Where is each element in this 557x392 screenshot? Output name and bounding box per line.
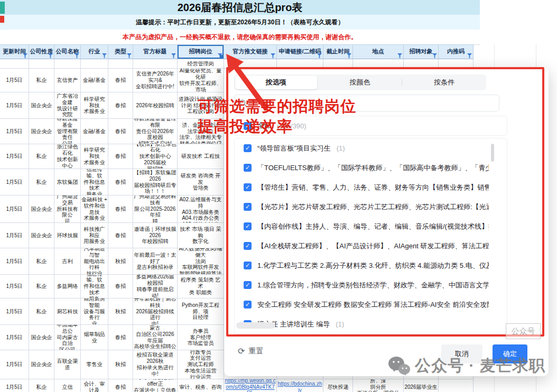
filter-dialog: 按选项 按颜色 按条件 ✓ 全部 (390/390) ✓“领导留言板”项目实习生…	[224, 67, 549, 376]
column-header-0[interactable]: 更新时间	[0, 44, 29, 59]
filter-icon[interactable]	[432, 53, 437, 58]
column-header-label: 类型	[115, 49, 126, 55]
filter-item-list: ✓“领导留言板”项目实习生(1)✓「TOEFL/IELTS教师」、「国际学科教师…	[234, 138, 507, 334]
filter-item[interactable]: ✓1.化学工程与工艺类 2.高分子材料类 3.化纤、纺织类 4.能源动力类 5.…	[235, 256, 507, 275]
table-cell: 春招	[108, 379, 133, 392]
filter-search-box[interactable]	[234, 95, 499, 111]
column-header-8[interactable]: 申请链接/二维码	[277, 44, 323, 59]
item-checkbox[interactable]: ✓	[244, 242, 252, 250]
column-header-6[interactable]: 招聘岗位	[178, 44, 224, 59]
filter-icon[interactable]	[23, 53, 27, 58]
vertical-scrollbar[interactable]	[491, 144, 494, 162]
item-checkbox[interactable]: ✓	[244, 222, 252, 230]
filter-item[interactable]: ✓【内容创作线】主持人、导演、编导、记者、编辑、音乐编辑/(视觉技术线】摄影摄像	[235, 217, 507, 236]
filter-item[interactable]: ✓1.综合管理方向，招聘专业类别包括经济学、财政学、金融学、中国语言文学、新闻传	[235, 275, 507, 295]
table-cell: 科学研究和技 术服务业	[81, 92, 108, 119]
reset-label: 重置	[248, 347, 263, 356]
filter-icon[interactable]	[347, 53, 351, 58]
item-checkbox[interactable]: ✓	[244, 262, 252, 269]
table-cell: 烟草制品业	[81, 325, 108, 350]
cancel-button[interactable]: 取消	[441, 344, 482, 363]
tab-by-condition[interactable]: 按条件	[403, 76, 485, 89]
filter-icon[interactable]	[317, 53, 322, 58]
cell-link[interactable]: https://bdochina.zhiy	[277, 379, 323, 392]
table-cell: 信息传输、软 件和信息技术 服务业	[81, 169, 108, 195]
filter-item[interactable]: ✓【管培生】营销、零售、人力、法务、证券、财务等方向【销售业务类】销售专员、采	[235, 178, 507, 197]
tab-by-option[interactable]: 按选项	[235, 76, 317, 89]
select-all-checkbox[interactable]: ✓	[244, 122, 252, 130]
column-header-1[interactable]: 公司性质	[29, 44, 54, 59]
column-header-5[interactable]: 官方标题	[133, 44, 178, 59]
filter-icon[interactable]	[127, 53, 132, 58]
table-cell: 技术 市场 项目 采购 数字化	[178, 223, 224, 248]
filter-icon[interactable]	[102, 53, 107, 58]
select-all-label: 全部	[257, 121, 271, 130]
table-cell: 1月5日	[0, 248, 29, 275]
select-all-row[interactable]: ✓ 全部 (390/390)	[234, 116, 507, 136]
table-cell: 行政专员 支付运营 测试工程师 本地生活运营 行业运营	[178, 350, 224, 379]
table-cell: 尽快投递	[323, 379, 353, 392]
table-cell: 国企央企	[29, 223, 54, 248]
filter-item[interactable]: ✓【光芯片】光芯片研发工程师、光芯片工艺工程师、光芯片测试工程师:【光通信】AI…	[235, 197, 507, 217]
table-cell: 国企央企	[29, 325, 54, 350]
filter-item[interactable]: ✓安全工程师 安全研发工程师 数据安全工程师 算法工程师-AI安全 前沿安全攻防…	[235, 295, 507, 314]
column-header-4[interactable]: 类型	[108, 44, 133, 59]
tab-by-color[interactable]: 按颜色	[319, 76, 401, 89]
filter-icon[interactable]	[48, 53, 53, 58]
table-cell: 【招聘】东软集团2026 届校园招聘研后专 场！！！	[133, 169, 178, 195]
table-cell: 经济金融及统计类岗 济、金融、统计 法学类岗位 法学、法律相关专 财务会计类岗位…	[178, 119, 224, 144]
column-header-2[interactable]: 公司名称	[54, 44, 81, 59]
search-input[interactable]	[250, 99, 494, 108]
item-checkbox[interactable]: ✓	[244, 203, 252, 211]
column-header-7[interactable]: 官方推文链接	[224, 44, 277, 59]
table-cell: 浙江绿色石化 技术创新中心	[54, 144, 81, 169]
filter-icon[interactable]	[75, 53, 79, 58]
item-label: “领导留言板”项目实习生	[257, 144, 331, 153]
cell-link[interactable]: https://mp.weixin.qq.com/s/0Blq4NAy4TK7O…	[224, 379, 277, 392]
table-cell: 1月5日	[0, 223, 29, 248]
column-header-12[interactable]: 内推码	[439, 44, 474, 59]
item-checkbox[interactable]: ✓	[244, 183, 252, 191]
table-cell: 吉利	[54, 248, 81, 275]
table-cell: 东软集团	[54, 169, 81, 195]
filter-item[interactable]: ✓班主任 主讲培训生 编导(1)	[235, 314, 507, 334]
filter-icon[interactable]	[271, 53, 275, 58]
table-cell: 年前最后一波！太好了 是吉利秋招补录	[133, 248, 178, 275]
table-cell: 1月5日	[0, 169, 29, 195]
table-cell: 零售业	[81, 350, 108, 379]
column-header-9[interactable]: 截止时间	[323, 44, 353, 59]
column-header-10[interactable]: 地点	[353, 44, 404, 59]
horizontal-scrollbar[interactable]	[236, 322, 275, 329]
table-cell: 经营管理岗	[178, 59, 224, 69]
item-checkbox[interactable]: ✓	[244, 281, 252, 289]
table-cell: 春招	[108, 223, 133, 248]
item-checkbox[interactable]: ✓	[244, 301, 252, 309]
table-cell: 玄信资产2026年实习& 全职招聘进行中!	[133, 69, 178, 92]
reset-button[interactable]: ⟳ 重置	[238, 346, 263, 356]
confirm-button[interactable]: 确定	[493, 344, 527, 363]
notice-bar: 本产品为虚拟产品，一经购买概不退款，请您确保真的需要再购买使用，谢谢合作。	[0, 30, 480, 45]
table-cell: 1月5日	[0, 298, 29, 325]
table-cell: 存款保险基金 管理有限责任 公司	[54, 119, 81, 144]
item-label: 【管培生】营销、零售、人力、法务、证券、财务等方向【销售业务类】销售专员、采	[257, 183, 489, 192]
table-cell: 中国烟草总公司内蒙古 自治区公司2026年应届 高校毕业生招聘公告	[133, 325, 178, 350]
filter-item[interactable]: ✓“领导留言板”项目实习生(1)	[235, 138, 507, 158]
item-checkbox[interactable]: ✓	[244, 164, 252, 172]
item-checkbox[interactable]: ✓	[244, 144, 252, 152]
table-cell: 1月5日	[0, 119, 29, 144]
column-header-3[interactable]: 行业	[81, 44, 108, 59]
filter-icon[interactable]	[171, 53, 176, 58]
filter-item[interactable]: ✓【AI全栈研发工程师】、【AI产品设计师】、AIAgent 研发工程师、算法工…	[235, 236, 507, 256]
table-cell: 1月5日	[0, 195, 29, 223]
column-header-11[interactable]: 招聘对象	[404, 44, 439, 59]
column-header-label: 截止时间	[327, 49, 350, 55]
column-header-label: 地点	[373, 49, 384, 55]
filter-icon[interactable]	[397, 53, 402, 58]
filter-item[interactable]: ✓「TOEFL/IELTS教师」、「国际学科教师」、「国际高中备考教师」、「青少…	[235, 158, 507, 178]
table-cell: 存款保险基金管理有限 责任公司2026年度校园 招聘正式启动!	[133, 119, 178, 144]
table-cell: 叮咚！你的春招offer正 在派送中｜立信春季校	[133, 379, 178, 392]
item-label: 1.综合管理方向，招聘专业类别包括经济学、财政学、金融学、中国语言文学、新闻传	[257, 281, 489, 290]
table-cell: 国企央企	[29, 119, 54, 144]
table-cell: 信息传输、软 件和信息技术 服务	[81, 275, 108, 298]
filter-icon[interactable]	[467, 53, 472, 58]
